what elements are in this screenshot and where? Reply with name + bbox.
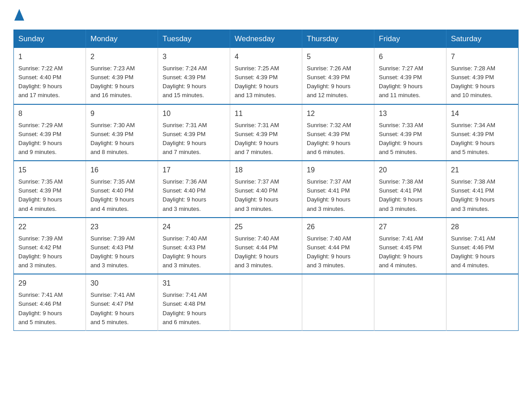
day-info: Sunrise: 7:39 AMSunset: 4:43 PMDaylight:… [90,234,153,270]
day-number: 11 [235,108,297,119]
day-number: 9 [90,108,153,119]
day-info: Sunrise: 7:27 AMSunset: 4:39 PMDaylight:… [379,64,442,100]
week-row-2: 8Sunrise: 7:29 AMSunset: 4:39 PMDaylight… [14,104,519,161]
calendar-cell: 4Sunrise: 7:25 AMSunset: 4:39 PMDaylight… [230,48,302,104]
day-info: Sunrise: 7:35 AMSunset: 4:39 PMDaylight:… [18,177,81,214]
calendar-cell: 29Sunrise: 7:41 AMSunset: 4:46 PMDayligh… [14,274,86,330]
day-number: 28 [451,222,514,232]
calendar-cell: 13Sunrise: 7:33 AMSunset: 4:39 PMDayligh… [374,104,446,161]
weekday-header-monday: Monday [86,30,158,48]
day-number: 20 [379,165,442,176]
calendar-cell: 25Sunrise: 7:40 AMSunset: 4:44 PMDayligh… [230,218,302,274]
calendar-cell: 26Sunrise: 7:40 AMSunset: 4:44 PMDayligh… [302,218,374,274]
day-number: 12 [307,108,369,119]
day-info: Sunrise: 7:40 AMSunset: 4:43 PMDaylight:… [163,234,225,270]
day-info: Sunrise: 7:25 AMSunset: 4:39 PMDaylight:… [235,64,297,100]
logo-triangle-icon [14,9,24,21]
calendar-cell: 11Sunrise: 7:31 AMSunset: 4:39 PMDayligh… [230,104,302,161]
day-info: Sunrise: 7:40 AMSunset: 4:44 PMDaylight:… [235,234,297,270]
week-row-1: 1Sunrise: 7:22 AMSunset: 4:40 PMDaylight… [14,48,519,104]
calendar-cell: 6Sunrise: 7:27 AMSunset: 4:39 PMDaylight… [374,48,446,104]
week-row-5: 29Sunrise: 7:41 AMSunset: 4:46 PMDayligh… [14,274,519,330]
calendar-cell: 28Sunrise: 7:41 AMSunset: 4:46 PMDayligh… [446,218,519,274]
calendar-cell: 2Sunrise: 7:23 AMSunset: 4:39 PMDaylight… [86,48,158,104]
day-info: Sunrise: 7:31 AMSunset: 4:39 PMDaylight:… [163,121,225,157]
calendar-cell: 27Sunrise: 7:41 AMSunset: 4:45 PMDayligh… [374,218,446,274]
day-number: 8 [18,108,81,119]
day-number: 16 [90,165,153,176]
page-header [13,9,519,21]
calendar-cell: 12Sunrise: 7:32 AMSunset: 4:39 PMDayligh… [302,104,374,161]
day-number: 18 [235,165,297,176]
day-number: 15 [18,165,81,176]
calendar-cell: 3Sunrise: 7:24 AMSunset: 4:39 PMDaylight… [158,48,230,104]
calendar-cell [446,274,519,330]
day-number: 26 [307,222,369,232]
day-info: Sunrise: 7:24 AMSunset: 4:39 PMDaylight:… [163,64,225,100]
calendar-cell: 20Sunrise: 7:38 AMSunset: 4:41 PMDayligh… [374,161,446,218]
svg-marker-0 [14,9,24,21]
day-number: 13 [379,108,442,119]
day-info: Sunrise: 7:31 AMSunset: 4:39 PMDaylight:… [235,121,297,157]
day-number: 1 [18,51,81,62]
day-number: 21 [451,165,514,176]
day-number: 3 [163,51,225,62]
day-number: 24 [163,222,225,232]
day-info: Sunrise: 7:41 AMSunset: 4:48 PMDaylight:… [163,291,225,327]
day-info: Sunrise: 7:23 AMSunset: 4:39 PMDaylight:… [90,64,153,100]
day-number: 2 [90,51,153,62]
day-info: Sunrise: 7:36 AMSunset: 4:40 PMDaylight:… [163,177,225,214]
week-row-3: 15Sunrise: 7:35 AMSunset: 4:39 PMDayligh… [14,161,519,218]
day-info: Sunrise: 7:37 AMSunset: 4:41 PMDaylight:… [307,177,369,214]
day-number: 25 [235,222,297,232]
logo [13,9,24,21]
day-number: 14 [451,108,514,119]
calendar-cell [302,274,374,330]
day-info: Sunrise: 7:33 AMSunset: 4:39 PMDaylight:… [379,121,442,157]
calendar-cell: 31Sunrise: 7:41 AMSunset: 4:48 PMDayligh… [158,274,230,330]
calendar-table: SundayMondayTuesdayWednesdayThursdayFrid… [13,30,519,331]
calendar-cell: 1Sunrise: 7:22 AMSunset: 4:40 PMDaylight… [14,48,86,104]
day-info: Sunrise: 7:34 AMSunset: 4:39 PMDaylight:… [451,121,514,157]
weekday-header-friday: Friday [374,30,446,48]
calendar-cell [374,274,446,330]
day-number: 27 [379,222,442,232]
calendar-cell: 8Sunrise: 7:29 AMSunset: 4:39 PMDaylight… [14,104,86,161]
weekday-header-sunday: Sunday [14,30,86,48]
day-info: Sunrise: 7:22 AMSunset: 4:40 PMDaylight:… [18,64,81,100]
day-number: 6 [379,51,442,62]
day-info: Sunrise: 7:38 AMSunset: 4:41 PMDaylight:… [451,177,514,214]
calendar-cell: 14Sunrise: 7:34 AMSunset: 4:39 PMDayligh… [446,104,519,161]
calendar-cell: 21Sunrise: 7:38 AMSunset: 4:41 PMDayligh… [446,161,519,218]
day-info: Sunrise: 7:40 AMSunset: 4:44 PMDaylight:… [307,234,369,270]
weekday-header-row: SundayMondayTuesdayWednesdayThursdayFrid… [14,30,519,48]
day-info: Sunrise: 7:28 AMSunset: 4:39 PMDaylight:… [451,64,514,100]
calendar-cell: 19Sunrise: 7:37 AMSunset: 4:41 PMDayligh… [302,161,374,218]
day-info: Sunrise: 7:37 AMSunset: 4:40 PMDaylight:… [235,177,297,214]
weekday-header-thursday: Thursday [302,30,374,48]
calendar-cell: 24Sunrise: 7:40 AMSunset: 4:43 PMDayligh… [158,218,230,274]
day-info: Sunrise: 7:41 AMSunset: 4:47 PMDaylight:… [90,291,153,327]
weekday-header-wednesday: Wednesday [230,30,302,48]
day-number: 5 [307,51,369,62]
day-number: 30 [90,278,153,289]
day-number: 19 [307,165,369,176]
day-info: Sunrise: 7:41 AMSunset: 4:45 PMDaylight:… [379,234,442,270]
day-info: Sunrise: 7:29 AMSunset: 4:39 PMDaylight:… [18,121,81,157]
day-info: Sunrise: 7:30 AMSunset: 4:39 PMDaylight:… [90,121,153,157]
day-info: Sunrise: 7:38 AMSunset: 4:41 PMDaylight:… [379,177,442,214]
calendar-cell [230,274,302,330]
day-info: Sunrise: 7:39 AMSunset: 4:42 PMDaylight:… [18,234,81,270]
day-number: 17 [163,165,225,176]
calendar-cell: 23Sunrise: 7:39 AMSunset: 4:43 PMDayligh… [86,218,158,274]
day-info: Sunrise: 7:41 AMSunset: 4:46 PMDaylight:… [451,234,514,270]
day-number: 23 [90,222,153,232]
weekday-header-tuesday: Tuesday [158,30,230,48]
weekday-header-saturday: Saturday [446,30,519,48]
day-number: 29 [18,278,81,289]
day-number: 31 [163,278,225,289]
week-row-4: 22Sunrise: 7:39 AMSunset: 4:42 PMDayligh… [14,218,519,274]
day-number: 7 [451,51,514,62]
calendar-cell: 7Sunrise: 7:28 AMSunset: 4:39 PMDaylight… [446,48,519,104]
calendar-cell: 18Sunrise: 7:37 AMSunset: 4:40 PMDayligh… [230,161,302,218]
